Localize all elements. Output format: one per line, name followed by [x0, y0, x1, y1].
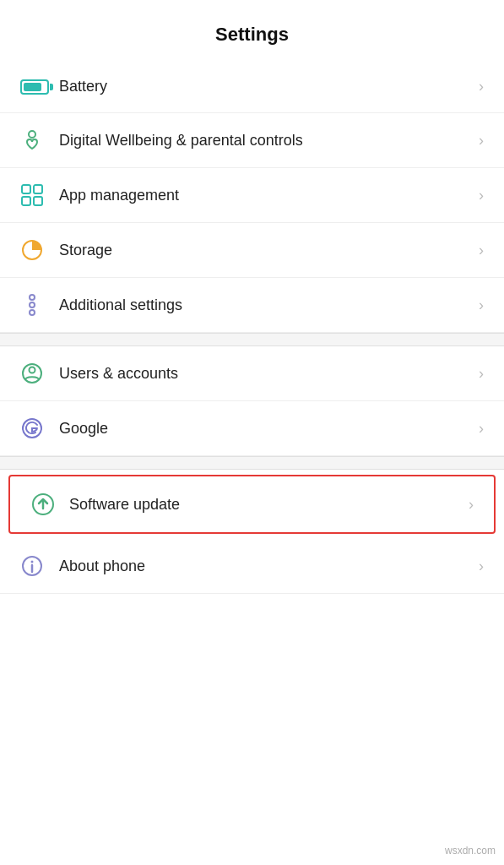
- google-icon: [20, 416, 59, 440]
- chevron-right-icon: ›: [479, 420, 484, 438]
- section-divider-2: [0, 456, 504, 470]
- battery-icon: [20, 79, 59, 95]
- about-phone-label: About phone: [59, 556, 472, 577]
- chevron-right-icon: ›: [479, 187, 484, 204]
- settings-item-storage[interactable]: Storage ›: [0, 223, 504, 278]
- additional-settings-label: Additional settings: [59, 295, 472, 316]
- storage-label: Storage: [59, 240, 472, 261]
- settings-item-battery[interactable]: Battery ›: [0, 61, 504, 113]
- settings-list: Battery › Digital Wellbeing & parental c…: [0, 61, 504, 594]
- chevron-right-icon: ›: [479, 78, 484, 95]
- watermark: wsxdn.com: [445, 845, 496, 857]
- chevron-right-icon: ›: [469, 496, 474, 514]
- settings-item-users-accounts[interactable]: Users & accounts ›: [0, 346, 504, 401]
- svg-point-7: [30, 302, 35, 307]
- page-title: Settings: [0, 0, 504, 61]
- svg-point-15: [31, 561, 34, 563]
- wellbeing-icon: [20, 128, 59, 152]
- settings-item-app-management[interactable]: App management ›: [0, 168, 504, 223]
- svg-point-8: [30, 310, 35, 315]
- settings-item-google[interactable]: Google ›: [0, 401, 504, 456]
- software-update-label: Software update: [69, 494, 462, 515]
- storage-icon: [20, 238, 59, 262]
- settings-item-software-update[interactable]: Software update ›: [8, 475, 496, 534]
- settings-item-additional-settings[interactable]: Additional settings ›: [0, 278, 504, 333]
- chevron-right-icon: ›: [479, 296, 484, 314]
- about-phone-icon: [20, 554, 59, 578]
- chevron-right-icon: ›: [479, 558, 484, 575]
- battery-label: Battery: [59, 76, 472, 97]
- chevron-right-icon: ›: [479, 132, 484, 150]
- svg-point-0: [29, 131, 35, 138]
- app-management-label: App management: [59, 185, 472, 206]
- users-accounts-icon: [20, 362, 59, 385]
- svg-rect-1: [22, 185, 30, 193]
- svg-rect-3: [22, 197, 30, 205]
- chevron-right-icon: ›: [479, 242, 484, 259]
- app-management-icon: [20, 183, 59, 207]
- svg-rect-4: [34, 197, 42, 205]
- settings-item-digital-wellbeing[interactable]: Digital Wellbeing & parental controls ›: [0, 113, 504, 168]
- settings-item-about-phone[interactable]: About phone ›: [0, 539, 504, 594]
- chevron-right-icon: ›: [479, 365, 484, 383]
- digital-wellbeing-label: Digital Wellbeing & parental controls: [59, 130, 472, 151]
- svg-point-10: [30, 367, 35, 373]
- section-divider-1: [0, 333, 504, 346]
- users-accounts-label: Users & accounts: [59, 363, 472, 384]
- svg-rect-2: [34, 185, 42, 193]
- software-update-icon: [30, 492, 69, 517]
- additional-settings-icon: [20, 293, 59, 317]
- google-label: Google: [59, 418, 472, 439]
- svg-point-6: [30, 295, 35, 300]
